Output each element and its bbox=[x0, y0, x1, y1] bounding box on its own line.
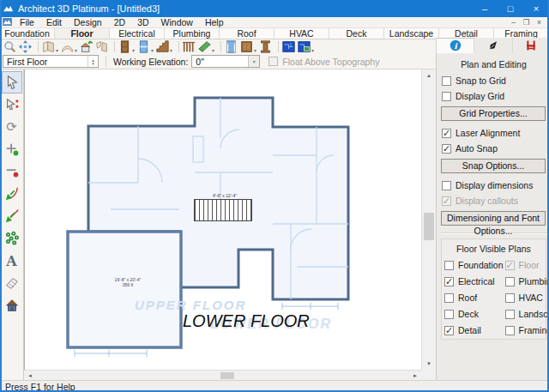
plan-canvas[interactable]: 4'-6" x 12'-4" 16'-8" x 20'-4" 356 ft UP… bbox=[24, 69, 421, 370]
float-topography-checkbox[interactable]: Float Above Topography bbox=[268, 57, 379, 67]
curved-wall-icon[interactable]: ▾ bbox=[61, 40, 77, 53]
select-tool[interactable] bbox=[2, 71, 22, 93]
menu-design[interactable]: Design bbox=[68, 17, 108, 27]
menu-help[interactable]: Help bbox=[199, 17, 230, 27]
floor-select[interactable]: First Floor ▴▾ bbox=[3, 55, 99, 68]
scroll-down-icon[interactable]: ▼ bbox=[422, 358, 436, 370]
scroll-up-icon[interactable]: ▲ bbox=[422, 69, 436, 81]
info-tab[interactable]: i bbox=[437, 38, 474, 53]
staircase[interactable] bbox=[194, 199, 252, 221]
checkbox[interactable] bbox=[442, 129, 451, 138]
plan-detail-row[interactable]: Detail bbox=[444, 325, 504, 335]
column-icon[interactable] bbox=[259, 40, 272, 53]
plan-plumbing-row[interactable]: Plumbing bbox=[505, 276, 549, 286]
skylight-tool[interactable] bbox=[2, 272, 22, 294]
rotate-tool[interactable]: ⟳ bbox=[2, 116, 22, 138]
auto-snap-row[interactable]: Auto Snap bbox=[442, 143, 546, 154]
snap-options-button[interactable]: Snap Options... bbox=[441, 159, 546, 173]
cabinet-icon[interactable]: ▾ bbox=[240, 40, 256, 53]
scroll-right-icon[interactable]: ► bbox=[409, 371, 421, 381]
menu-window[interactable]: Window bbox=[155, 17, 199, 27]
menu-2d[interactable]: 2D bbox=[108, 17, 131, 27]
door-icon[interactable]: ▾ bbox=[118, 40, 135, 53]
add-point-tool[interactable] bbox=[2, 138, 22, 160]
checkbox[interactable] bbox=[442, 144, 451, 154]
grid-properties-button[interactable]: Grid Properties... bbox=[441, 106, 546, 121]
plan-landscape-row[interactable]: Landscape bbox=[505, 309, 549, 319]
menu-bar: File Edit Design 2D 3D Window Help – ❐ × bbox=[0, 17, 549, 28]
horizontal-scroll-thumb[interactable] bbox=[220, 372, 234, 379]
floor-visible-plans-group: Floor Visible Plans Foundation Floor Ele… bbox=[441, 238, 546, 340]
elevation-dropdown[interactable]: ▾ bbox=[248, 56, 259, 67]
floor-select-value: First Floor bbox=[3, 57, 87, 67]
tab-deck[interactable]: Deck bbox=[329, 28, 384, 39]
display-callouts-row: Display callouts bbox=[442, 196, 546, 206]
laser-alignment-row[interactable]: Laser Alignment bbox=[442, 128, 546, 138]
plan-foundation-row[interactable]: Foundation bbox=[444, 260, 504, 270]
landscape-tool[interactable] bbox=[2, 227, 22, 250]
railing-icon[interactable] bbox=[183, 40, 196, 53]
vertical-scroll-thumb[interactable] bbox=[424, 213, 434, 240]
wall-icon[interactable]: ▾ bbox=[42, 40, 58, 53]
floorplan-overlay-icon[interactable]: ▾ bbox=[298, 40, 314, 53]
deck-icon[interactable]: ▾ bbox=[198, 40, 214, 53]
vertical-scrollbar[interactable]: ▲ ▼ bbox=[421, 69, 435, 370]
measure-line-tool[interactable] bbox=[2, 205, 22, 227]
measure-arc-tool[interactable] bbox=[2, 183, 22, 205]
add-room-icon[interactable] bbox=[80, 40, 93, 53]
remove-point-tool[interactable] bbox=[2, 160, 22, 183]
floor-spinner[interactable]: ▴▾ bbox=[87, 56, 98, 67]
furniture-tab[interactable] bbox=[513, 38, 549, 53]
info-icon: i bbox=[449, 39, 462, 51]
close-button[interactable]: × bbox=[523, 0, 549, 17]
window-icon[interactable]: ▾ bbox=[137, 40, 154, 53]
plan-hvac-row[interactable]: HVAC bbox=[505, 292, 549, 303]
tab-roof[interactable]: Roof bbox=[220, 28, 274, 39]
tab-hvac[interactable]: HVAC bbox=[274, 28, 329, 39]
stairs-icon[interactable]: ▾ bbox=[156, 40, 172, 53]
wall-break-icon[interactable] bbox=[95, 40, 108, 53]
app-icon bbox=[0, 3, 15, 15]
plan-roof-row[interactable]: Roof bbox=[444, 292, 504, 303]
checkbox[interactable] bbox=[268, 57, 278, 66]
elevation-value: 0" bbox=[192, 57, 248, 67]
drawing-tools: ⟳ A bbox=[0, 69, 24, 380]
tab-landscape[interactable]: Landscape bbox=[384, 28, 439, 39]
elevation-input[interactable]: 0" ▾ bbox=[191, 55, 260, 68]
plan-electrical-row[interactable]: Electrical bbox=[444, 276, 504, 286]
menu-3d[interactable]: 3D bbox=[131, 17, 154, 27]
main-toolbar: ▾ ▾ ▾ ▾ ▾ ▾ ▾ ▾ bbox=[0, 39, 436, 54]
menu-file[interactable]: File bbox=[14, 17, 40, 27]
curtain-icon[interactable] bbox=[225, 40, 238, 53]
plan-deck-row[interactable]: Deck bbox=[444, 309, 504, 319]
horizontal-scrollbar[interactable]: ◄ ► bbox=[24, 370, 421, 380]
house-tool[interactable] bbox=[2, 294, 22, 317]
snap-to-grid-row[interactable]: Snap to Grid bbox=[442, 75, 546, 86]
zoom-icon[interactable] bbox=[3, 40, 16, 53]
mdi-restore-button[interactable]: ❐ bbox=[520, 18, 533, 27]
design-tab[interactable] bbox=[474, 38, 512, 53]
checkbox[interactable] bbox=[442, 92, 451, 101]
tab-floor[interactable]: Floor bbox=[55, 28, 110, 39]
display-grid-row[interactable]: Display Grid bbox=[442, 91, 546, 101]
text-tool[interactable]: A bbox=[2, 250, 22, 272]
minimize-button[interactable]: – bbox=[472, 0, 498, 17]
tab-foundation[interactable]: Foundation bbox=[0, 28, 55, 39]
mdi-close-button[interactable]: × bbox=[533, 18, 546, 27]
mdi-minimize-button[interactable]: – bbox=[507, 18, 520, 27]
maximize-button[interactable]: □ bbox=[498, 0, 523, 17]
checkbox[interactable] bbox=[442, 181, 451, 190]
floorplan-view-icon[interactable] bbox=[282, 40, 295, 53]
toolbar-separator bbox=[178, 41, 179, 52]
pan-icon[interactable] bbox=[19, 40, 32, 53]
dimensioning-font-options-button[interactable]: Dimensioning and Font Options... bbox=[441, 211, 546, 226]
plan-editing-panel: Plan and Editing Snap to Grid Display Gr… bbox=[436, 53, 549, 380]
scroll-left-icon[interactable]: ◄ bbox=[24, 371, 36, 381]
plan-framing-row[interactable]: Framing bbox=[505, 325, 549, 335]
checkbox[interactable] bbox=[442, 76, 451, 86]
tab-plumbing[interactable]: Plumbing bbox=[165, 28, 220, 39]
select-edit-tool[interactable] bbox=[2, 93, 22, 116]
menu-edit[interactable]: Edit bbox=[40, 17, 68, 27]
display-dimensions-row[interactable]: Display dimensions bbox=[442, 180, 546, 190]
tab-electrical[interactable]: Electrical bbox=[110, 28, 165, 39]
